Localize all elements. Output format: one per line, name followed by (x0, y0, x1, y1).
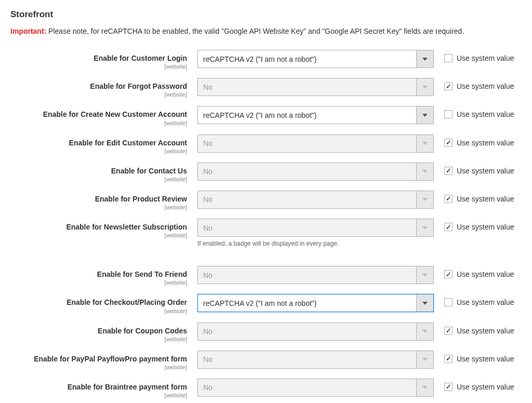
chevron-down-icon (416, 351, 433, 368)
use-system-label: Use system value (457, 355, 514, 363)
use-system-checkbox[interactable] (444, 298, 453, 306)
use-system-checkbox[interactable] (444, 167, 453, 175)
field-scope: [website] (10, 232, 187, 238)
field-label: Enable for Contact Us (10, 166, 187, 176)
important-note: Important: Please note, for reCAPTCHA to… (10, 27, 522, 35)
field-label-col: Enable for Create New Customer Account[w… (10, 106, 197, 126)
field-row-coupon: Enable for Coupon Codes[website]NoUse sy… (10, 323, 522, 342)
product-review-select: No (197, 191, 434, 209)
select-value: reCAPTCHA v2 ("I am not a robot") (198, 299, 322, 307)
field-input-col: reCAPTCHA v2 ("I am not a robot") (197, 106, 434, 124)
select-value: No (198, 224, 218, 232)
create-account-select[interactable]: reCAPTCHA v2 ("I am not a robot") (197, 106, 434, 124)
use-system-col: Use system value (434, 191, 514, 203)
select-value: reCAPTCHA v2 ("I am not a robot") (198, 55, 322, 63)
chevron-down-icon (416, 219, 433, 236)
use-system-col: Use system value (434, 266, 514, 278)
use-system-checkbox[interactable] (444, 327, 453, 335)
customer-login-select[interactable]: reCAPTCHA v2 ("I am not a robot") (197, 50, 434, 68)
newsletter-select: No (197, 219, 434, 237)
use-system-label: Use system value (457, 327, 514, 335)
field-row-create-account: Enable for Create New Customer Account[w… (10, 106, 522, 126)
field-row-customer-login: Enable for Customer Login[website]reCAPT… (10, 50, 522, 70)
select-value: No (198, 327, 218, 335)
field-row-send-friend: Enable for Send To Friend[website]NoUse … (10, 266, 522, 286)
select-value: No (198, 83, 218, 91)
use-system-label: Use system value (457, 167, 514, 175)
field-label: Enable for Forgot Password (10, 82, 187, 91)
field-input-col: reCAPTCHA v2 ("I am not a robot") (197, 50, 434, 68)
use-system-col: Use system value (434, 135, 514, 147)
field-input-col: No (197, 323, 434, 341)
field-label-col: Enable for PayPal PayflowPro payment for… (10, 351, 197, 370)
contact-us-select: No (197, 163, 434, 181)
field-label: Enable for Braintree payment form (10, 382, 187, 392)
field-scope: [website] (10, 308, 187, 314)
field-input-col: No (197, 266, 434, 284)
field-scope: [website] (10, 91, 187, 98)
field-label-col: Enable for Checkout/Placing Order[websit… (10, 294, 197, 314)
field-row-edit-account: Enable for Edit Customer Account[website… (10, 135, 522, 154)
select-value: No (198, 195, 218, 204)
important-text: Please note, for reCAPTCHA to be enabled… (48, 27, 464, 35)
chevron-down-icon (416, 266, 433, 284)
field-label: Enable for Coupon Codes (10, 326, 187, 335)
use-system-checkbox[interactable] (444, 355, 453, 363)
use-system-checkbox[interactable] (444, 82, 453, 90)
field-label: Enable for PayPal PayflowPro payment for… (10, 354, 187, 364)
field-input-col: No (197, 379, 434, 397)
field-label: Enable for Edit Customer Account (10, 138, 187, 147)
use-system-checkbox[interactable] (444, 223, 453, 231)
field-label-col: Enable for Edit Customer Account[website… (10, 135, 197, 154)
paypal-select: No (197, 351, 434, 369)
field-input-col: No (197, 351, 434, 369)
field-scope: [website] (10, 279, 187, 286)
select-value: reCAPTCHA v2 ("I am not a robot") (198, 111, 322, 119)
use-system-col: Use system value (434, 323, 514, 335)
use-system-checkbox[interactable] (444, 54, 453, 62)
field-label-col: Enable for Coupon Codes[website] (10, 323, 197, 342)
checkout-select[interactable]: reCAPTCHA v2 ("I am not a robot") (197, 294, 434, 312)
use-system-label: Use system value (457, 383, 514, 391)
use-system-label: Use system value (457, 110, 514, 118)
use-system-col: Use system value (434, 219, 514, 231)
select-value: No (198, 355, 218, 364)
field-label: Enable for Newsletter Subscription (10, 222, 187, 232)
forgot-password-select: No (197, 78, 434, 96)
field-row-contact-us: Enable for Contact Us[website]NoUse syst… (10, 163, 522, 182)
chevron-down-icon (416, 78, 433, 96)
chevron-down-icon (416, 191, 433, 208)
chevron-down-icon (416, 323, 433, 340)
field-label-col: Enable for Braintree payment form[websit… (10, 379, 197, 398)
use-system-checkbox[interactable] (444, 195, 453, 203)
select-value: No (198, 167, 218, 176)
field-label: Enable for Checkout/Placing Order (10, 298, 187, 307)
use-system-col: Use system value (434, 379, 514, 391)
chevron-down-icon (416, 50, 433, 68)
use-system-checkbox[interactable] (444, 139, 453, 147)
section-title: Storefront (10, 9, 522, 20)
important-label: Important: (10, 27, 46, 35)
field-scope: [website] (10, 120, 187, 126)
use-system-checkbox[interactable] (444, 270, 453, 278)
braintree-select: No (197, 379, 434, 397)
use-system-checkbox[interactable] (444, 110, 453, 118)
use-system-col: Use system value (434, 163, 514, 175)
use-system-label: Use system value (457, 298, 514, 306)
field-scope: [website] (10, 336, 187, 342)
chevron-down-icon (416, 294, 433, 312)
field-input-col: NoIf enabled, a badge will be displayed … (197, 219, 434, 247)
field-scope: [website] (10, 148, 187, 154)
coupon-select: No (197, 323, 434, 341)
use-system-checkbox[interactable] (444, 383, 453, 391)
use-system-label: Use system value (457, 54, 514, 62)
use-system-label: Use system value (457, 82, 514, 90)
use-system-label: Use system value (457, 270, 514, 278)
field-label-col: Enable for Send To Friend[website] (10, 266, 197, 286)
send-friend-select: No (197, 266, 434, 284)
field-input-col: No (197, 163, 434, 181)
select-value: No (198, 139, 218, 147)
field-input-col: reCAPTCHA v2 ("I am not a robot") (197, 294, 434, 312)
chevron-down-icon (416, 135, 433, 152)
field-label-col: Enable for Forgot Password[website] (10, 78, 197, 98)
